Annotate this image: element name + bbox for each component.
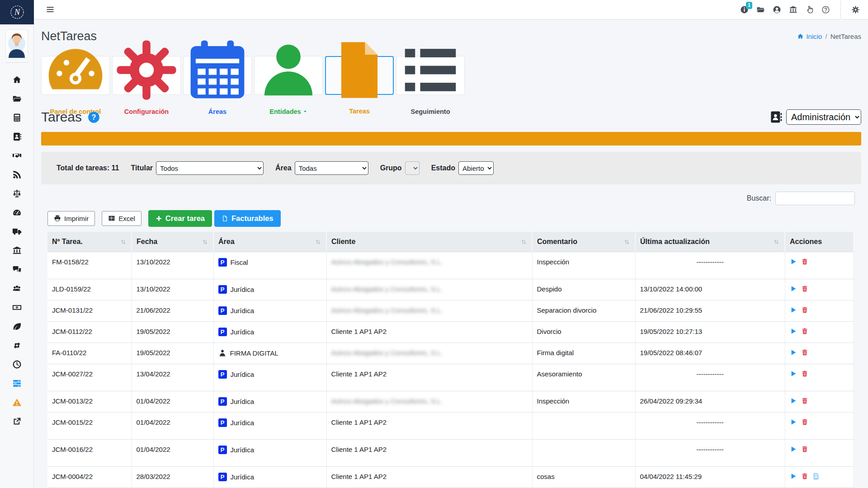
action-trash-icon[interactable] xyxy=(801,397,808,404)
column-header[interactable]: Área xyxy=(213,232,326,252)
table-row: JCM-0004/2228/03/2022PJurídicaCliente 1 … xyxy=(47,467,854,488)
app-logo[interactable]: N xyxy=(0,0,34,24)
cell-comentario: Divorcio xyxy=(532,322,635,343)
section-title: Tareas xyxy=(41,109,82,125)
action-file-invoice-icon[interactable] xyxy=(812,473,820,480)
hamburger-menu-icon[interactable] xyxy=(46,5,55,14)
column-header[interactable]: Fecha xyxy=(132,232,213,252)
bank-icon[interactable] xyxy=(789,5,797,14)
cell-tarea: JCM-0015/22 xyxy=(47,413,132,440)
column-header[interactable]: Última actualización xyxy=(635,232,785,252)
breadcrumb-home-link[interactable]: Inicio xyxy=(797,33,822,40)
question-circle-icon[interactable] xyxy=(821,5,830,14)
action-play-icon[interactable] xyxy=(790,285,797,292)
cell-acciones xyxy=(785,440,854,467)
cell-tarea: JCM-0016/22 xyxy=(47,440,132,467)
action-play-icon[interactable] xyxy=(790,473,797,480)
action-play-icon[interactable] xyxy=(790,306,797,314)
sidebar-item-scales[interactable] xyxy=(7,184,26,203)
action-trash-icon[interactable] xyxy=(801,306,808,314)
cell-cliente: Cliente 1 AP1 AP2 xyxy=(326,440,532,467)
info-circle-icon[interactable]: 1 xyxy=(740,5,749,14)
action-play-icon[interactable] xyxy=(790,418,797,426)
cell-area: PJurídica xyxy=(213,467,326,488)
gear-icon[interactable] xyxy=(851,5,860,14)
column-header[interactable]: Cliente xyxy=(326,232,532,252)
hand-pointer-icon[interactable] xyxy=(805,5,814,14)
action-trash-icon[interactable] xyxy=(801,285,808,292)
sort-icon[interactable] xyxy=(520,239,527,245)
area-p-badge: P xyxy=(218,473,227,481)
list-icon xyxy=(396,36,464,104)
sidebar-nav: 1 xyxy=(0,70,33,431)
nav-card-panel-de-control[interactable]: Panel de control xyxy=(41,56,110,95)
action-trash-icon[interactable] xyxy=(801,446,808,453)
filter-select-estado[interactable]: Abiertos xyxy=(458,161,494,175)
filter-label: Estado xyxy=(431,164,455,172)
excel-button[interactable]: Excel xyxy=(102,211,142,226)
facturables-button[interactable]: Facturables xyxy=(214,210,281,227)
sidebar-item-external-link[interactable] xyxy=(7,412,26,431)
sort-icon[interactable] xyxy=(315,239,321,245)
action-play-icon[interactable] xyxy=(790,397,797,404)
cell-actualizacion: 19/05/2022 10:27:13 xyxy=(635,322,785,343)
cell-acciones xyxy=(785,252,854,279)
sidebar-item-money[interactable]: 1 xyxy=(7,298,26,317)
sidebar-item-bank[interactable] xyxy=(7,241,26,260)
user-circle-icon[interactable] xyxy=(773,5,781,14)
crear-tarea-button[interactable]: Crear tarea xyxy=(148,210,212,227)
sidebar-item-folder-open[interactable] xyxy=(7,89,26,108)
action-trash-icon[interactable] xyxy=(801,370,808,377)
action-play-icon[interactable] xyxy=(790,258,797,265)
filter-select-grupo[interactable] xyxy=(405,161,420,175)
imprimir-button[interactable]: Imprimir xyxy=(47,211,95,226)
action-play-icon[interactable] xyxy=(790,446,797,453)
sidebar-item-calculator[interactable] xyxy=(7,108,26,127)
sidebar-item-tasks[interactable] xyxy=(7,374,26,393)
sidebar-item-warning[interactable] xyxy=(7,393,26,412)
sidebar-item-rss[interactable] xyxy=(7,165,26,184)
nav-card-seguimiento[interactable]: Seguimiento xyxy=(396,56,465,95)
sort-icon[interactable] xyxy=(623,239,630,245)
sidebar-item-handshake[interactable] xyxy=(7,146,26,165)
filter-select-área[interactable]: Todas xyxy=(295,161,368,175)
caret-down-icon xyxy=(303,109,307,114)
cell-comentario: Firma digital xyxy=(532,343,635,364)
nav-card-entidades[interactable]: Entidades xyxy=(254,56,323,95)
sidebar-item-clock[interactable] xyxy=(7,355,26,374)
action-trash-icon[interactable] xyxy=(801,473,808,480)
truck-icon xyxy=(12,227,22,236)
action-play-icon[interactable] xyxy=(790,349,797,356)
folder-open-icon[interactable] xyxy=(756,5,765,14)
sidebar-item-home[interactable] xyxy=(7,70,26,89)
total-tasks-label: Total de tareas: 11 xyxy=(57,164,119,172)
sidebar: N 1 xyxy=(0,0,34,488)
entity-select[interactable]: Administración xyxy=(786,109,861,125)
sidebar-item-tachometer[interactable] xyxy=(7,203,26,222)
help-icon[interactable]: ? xyxy=(88,111,100,123)
column-header[interactable]: Nº Tarea. xyxy=(47,232,132,252)
sort-icon[interactable] xyxy=(773,239,780,245)
sidebar-item-leaf[interactable] xyxy=(7,317,26,336)
sidebar-item-truck[interactable] xyxy=(7,222,26,241)
sort-icon[interactable] xyxy=(202,239,208,245)
action-trash-icon[interactable] xyxy=(801,258,808,265)
nav-card-configuraci-n[interactable]: Configuración xyxy=(112,56,181,95)
user-avatar[interactable] xyxy=(6,30,28,58)
action-play-icon[interactable] xyxy=(790,328,797,335)
cell-actualizacion: ------------ xyxy=(635,413,785,440)
sort-icon[interactable] xyxy=(120,239,127,245)
sidebar-item-retweet[interactable] xyxy=(7,336,26,355)
action-trash-icon[interactable] xyxy=(801,418,808,426)
column-header[interactable]: Comentario xyxy=(532,232,635,252)
nav-card--reas[interactable]: Áreas xyxy=(183,56,252,95)
search-input[interactable] xyxy=(775,192,855,205)
filter-select-titular[interactable]: Todos xyxy=(156,161,264,175)
sidebar-item-users[interactable] xyxy=(7,279,26,298)
sidebar-item-address-book[interactable] xyxy=(7,127,26,146)
action-trash-icon[interactable] xyxy=(801,328,808,335)
sidebar-item-comments[interactable] xyxy=(7,260,26,279)
action-play-icon[interactable] xyxy=(790,370,797,377)
nav-card-tareas[interactable]: Tareas xyxy=(325,56,394,95)
action-trash-icon[interactable] xyxy=(801,349,808,356)
